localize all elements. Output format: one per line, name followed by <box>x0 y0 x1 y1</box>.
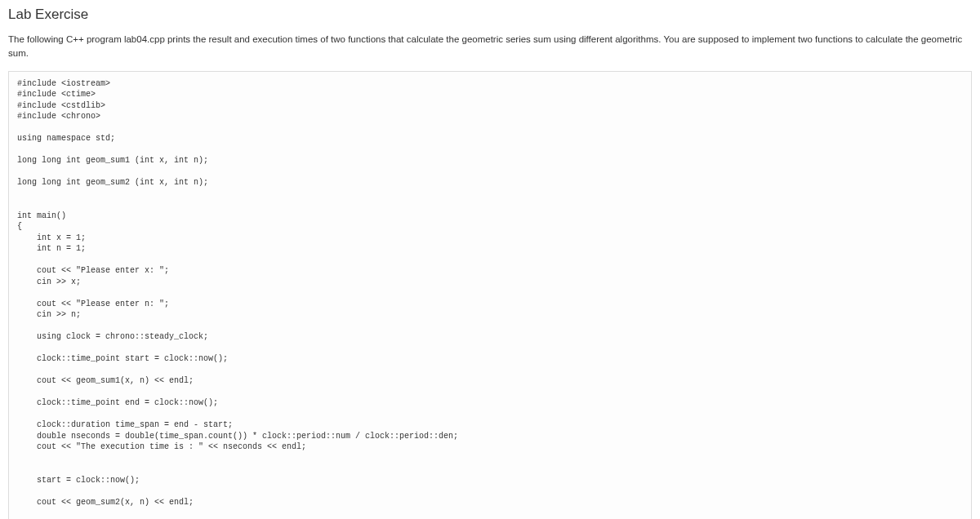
exercise-description: The following C++ program lab04.cpp prin… <box>8 33 972 61</box>
page-title: Lab Exercise <box>8 7 972 23</box>
code-block: #include <iostream> #include <ctime> #in… <box>8 71 972 520</box>
